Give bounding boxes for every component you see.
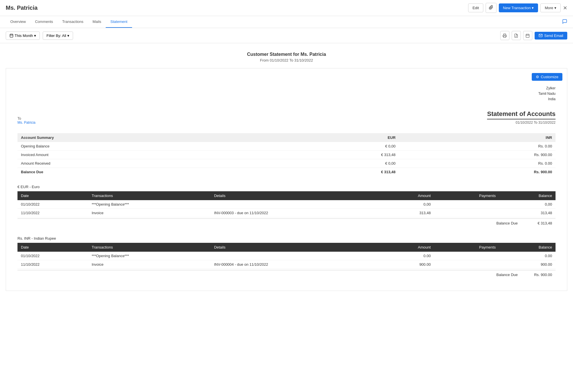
download-pdf-button[interactable] xyxy=(512,31,521,40)
schedule-button[interactable] xyxy=(523,31,532,40)
pdf-icon xyxy=(514,34,518,38)
eur-row-balance: 0,00 xyxy=(499,200,556,209)
tab-transactions[interactable]: Transactions xyxy=(58,16,88,28)
inr-balance-due-value: Rs. 900.00 xyxy=(523,273,552,277)
customize-button[interactable]: ⚙ Customize xyxy=(532,73,562,81)
inr-row-amount: 0.00 xyxy=(380,252,434,260)
this-month-arrow: ▾ xyxy=(34,34,36,38)
summary-row-inr: Rs. 0.00 xyxy=(399,159,556,168)
inr-col-details: Details xyxy=(211,243,380,252)
inr-table-row: 11/10/2022 Invoice INV-000004 - due on 1… xyxy=(17,260,556,269)
eur-col-transactions: Transactions xyxy=(88,191,211,200)
print-button[interactable] xyxy=(500,31,509,40)
summary-col-inr: INR xyxy=(399,133,556,142)
summary-row: Invoiced Amount € 313,48 Rs. 900.00 xyxy=(17,150,556,159)
print-icon xyxy=(503,34,507,38)
eur-table-row: 01/10/2022 ***Opening Balance*** 0,00 0,… xyxy=(17,200,556,209)
email-icon xyxy=(539,34,543,38)
header: Ms. Patricia Edit New Transaction ▾ More… xyxy=(0,0,573,16)
summary-row-eur: € 313,48 xyxy=(266,168,399,176)
toolbar: This Month ▾ Filter By: All ▾ Send Email xyxy=(0,28,573,43)
svg-rect-7 xyxy=(526,34,529,37)
inr-row-balance: 0.00 xyxy=(499,252,556,260)
company-state: Tamil Nadu xyxy=(17,91,556,96)
edit-button[interactable]: Edit xyxy=(468,3,483,12)
attachment-button[interactable] xyxy=(486,3,497,13)
summary-row-label: Opening Balance xyxy=(17,142,266,151)
this-month-filter[interactable]: This Month ▾ xyxy=(6,31,40,40)
summary-row-label: Amount Received xyxy=(17,159,266,168)
summary-row-eur: € 0,00 xyxy=(266,159,399,168)
inr-label: Rs. INR - Indian Rupee xyxy=(17,236,556,241)
content-area: Customer Statement for Ms. Patricia From… xyxy=(0,43,573,392)
eur-col-details: Details xyxy=(211,191,380,200)
close-button[interactable]: ✕ xyxy=(563,5,567,11)
summary-row-eur: € 313,48 xyxy=(266,150,399,159)
inr-balance-due-row: Balance Due Rs. 900.00 xyxy=(17,270,556,279)
more-dropdown-arrow-icon: ▾ xyxy=(554,6,556,10)
dropdown-arrow-icon: ▾ xyxy=(532,6,534,10)
inr-row-date: 11/10/2022 xyxy=(17,260,88,269)
new-transaction-button[interactable]: New Transaction ▾ xyxy=(499,3,538,12)
eur-row-payments xyxy=(434,208,499,217)
customer-link[interactable]: Ms. Patricia xyxy=(17,121,36,125)
inr-col-date: Date xyxy=(17,243,88,252)
send-email-button[interactable]: Send Email xyxy=(535,32,567,40)
to-label: To xyxy=(17,117,36,121)
inr-section: Rs. INR - Indian Rupee Date Transactions… xyxy=(17,236,556,279)
account-summary-section: Account Summary EUR INR Opening Balance … xyxy=(17,133,556,176)
statement-title-section: Statement of Accounts 01/10/2022 To 31/1… xyxy=(487,110,556,125)
inr-row-details: INV-000004 - due on 11/10/2022 xyxy=(211,260,380,269)
summary-row-eur: € 0,00 xyxy=(266,142,399,151)
eur-row-balance: 313,48 xyxy=(499,208,556,217)
company-info: Zylker Tamil Nadu India xyxy=(17,86,556,102)
statement-customer-title: Customer Statement for Ms. Patricia xyxy=(0,52,573,57)
tabs-extra xyxy=(562,19,567,25)
summary-row: Opening Balance € 0,00 Rs. 0.00 xyxy=(17,142,556,151)
toolbar-right: Send Email xyxy=(500,31,567,40)
eur-row-date: 11/10/2022 xyxy=(17,208,88,217)
summary-row: Balance Due € 313,48 Rs. 900.00 xyxy=(17,168,556,176)
chat-icon[interactable] xyxy=(562,19,567,25)
tab-statement[interactable]: Statement xyxy=(106,16,132,28)
summary-row-inr: Rs. 900.00 xyxy=(399,168,556,176)
summary-col-account: Account Summary xyxy=(17,133,266,142)
company-name: Zylker xyxy=(17,86,556,91)
eur-row-amount: 0,00 xyxy=(380,200,434,209)
eur-row-date: 01/10/2022 xyxy=(17,200,88,209)
more-button[interactable]: More ▾ xyxy=(540,3,561,12)
statement-date-range: 01/10/2022 To 31/10/2022 xyxy=(487,121,556,125)
inr-col-payments: Payments xyxy=(434,243,499,252)
eur-row-transactions: Invoice xyxy=(88,208,211,217)
inr-col-balance: Balance xyxy=(499,243,556,252)
title-divider xyxy=(487,119,556,119)
filter-by-button[interactable]: Filter By: All ▾ xyxy=(43,31,73,40)
eur-row-transactions: ***Opening Balance*** xyxy=(88,200,211,209)
eur-balance-due-value: € 313,48 xyxy=(523,221,552,225)
inr-row-payments xyxy=(434,252,499,260)
statement-of-accounts-title: Statement of Accounts xyxy=(487,110,556,118)
eur-balance-due-row: Balance Due € 313,48 xyxy=(17,218,556,228)
summary-row-inr: Rs. 0.00 xyxy=(399,142,556,151)
eur-transactions-table: Date Transactions Details Amount Payment… xyxy=(17,191,556,217)
header-actions: Edit New Transaction ▾ More ▾ ✕ xyxy=(468,3,567,13)
summary-row: Amount Received € 0,00 Rs. 0.00 xyxy=(17,159,556,168)
eur-table-row: 11/10/2022 Invoice INV-000003 - due on 1… xyxy=(17,208,556,217)
inr-row-transactions: ***Opening Balance*** xyxy=(88,252,211,260)
tab-mails[interactable]: Mails xyxy=(88,16,106,28)
customize-icon: ⚙ xyxy=(536,75,539,79)
statement-date-range-display: From 01/10/2022 To 31/10/2022 xyxy=(0,58,573,62)
tab-comments[interactable]: Comments xyxy=(30,16,58,28)
inr-balance-due-label: Balance Due xyxy=(394,273,524,277)
inr-col-amount: Amount xyxy=(380,243,434,252)
tab-overview[interactable]: Overview xyxy=(6,16,30,28)
to-section: To Ms. Patricia xyxy=(17,117,36,125)
schedule-icon xyxy=(525,34,530,38)
account-summary-table: Account Summary EUR INR Opening Balance … xyxy=(17,133,556,176)
eur-col-payments: Payments xyxy=(434,191,499,200)
inr-row-balance: 900.00 xyxy=(499,260,556,269)
attachment-icon xyxy=(489,5,493,10)
eur-row-details xyxy=(211,200,380,209)
statement-document: ⚙ Customize Zylker Tamil Nadu India To M… xyxy=(6,68,567,291)
filter-arrow-icon: ▾ xyxy=(67,34,69,38)
